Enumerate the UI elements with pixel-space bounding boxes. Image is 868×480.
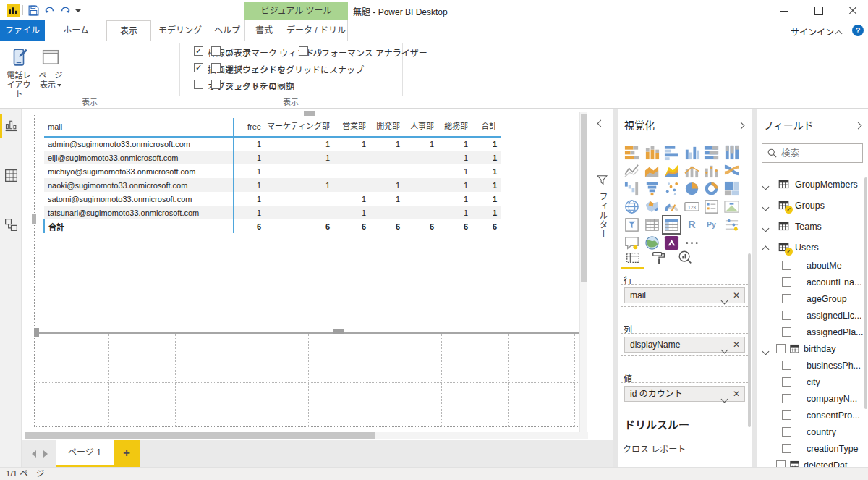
r-script-visual-icon[interactable]: R bbox=[684, 216, 700, 233]
expand-chevron[interactable] bbox=[763, 181, 768, 191]
pane-scrollbar-thumb[interactable] bbox=[864, 177, 867, 409]
remove-field-icon[interactable]: ✕ bbox=[733, 288, 740, 303]
field-row-birthday[interactable]: birthday bbox=[757, 341, 868, 358]
scrollbar-thumb[interactable] bbox=[581, 114, 587, 282]
sign-in-link[interactable]: サインイン bbox=[791, 25, 834, 38]
qa-visual-icon[interactable] bbox=[624, 235, 640, 251]
waterfall-chart-icon[interactable] bbox=[624, 180, 640, 197]
key-influencers-icon[interactable] bbox=[723, 216, 740, 233]
page-view-button[interactable]: ページ表示 bbox=[35, 43, 66, 96]
resize-handle-sw[interactable] bbox=[34, 328, 39, 337]
map-icon[interactable] bbox=[624, 198, 640, 215]
ribbon-tab-2[interactable]: ホーム bbox=[54, 20, 98, 41]
canvas-horizontal-scrollbar[interactable] bbox=[25, 432, 588, 439]
field-checkbox[interactable] bbox=[782, 444, 791, 453]
stacked-area-chart-icon[interactable] bbox=[663, 162, 680, 179]
multi-row-card-icon[interactable] bbox=[703, 198, 720, 215]
field-pill[interactable]: displayName✕ bbox=[624, 337, 745, 353]
table-visual-icon[interactable] bbox=[644, 216, 660, 233]
expand-chevron[interactable] bbox=[763, 244, 768, 254]
search-input[interactable] bbox=[781, 145, 861, 161]
ribbon-tab-6[interactable]: 書式 bbox=[249, 20, 279, 41]
close-button[interactable] bbox=[841, 0, 865, 20]
data-view-icon[interactable] bbox=[4, 168, 19, 183]
hundred-stacked-bar-chart-icon[interactable] bbox=[703, 144, 720, 161]
redo-icon[interactable] bbox=[59, 4, 72, 17]
ribbon-tab-4[interactable]: モデリング bbox=[153, 20, 207, 41]
ribbon-tab-5[interactable]: ヘルプ bbox=[208, 20, 246, 41]
field-checkbox[interactable] bbox=[782, 377, 791, 387]
kpi-icon[interactable] bbox=[723, 198, 740, 215]
arcgis-map-icon[interactable] bbox=[644, 235, 660, 251]
expand-chevron[interactable] bbox=[763, 202, 768, 212]
save-icon[interactable] bbox=[27, 4, 40, 17]
scatter-chart-icon[interactable] bbox=[663, 180, 680, 197]
checkbox-unchecked[interactable] bbox=[211, 46, 221, 56]
hundred-stacked-column-chart-icon[interactable] bbox=[723, 144, 740, 161]
undo-icon[interactable] bbox=[43, 4, 56, 17]
donut-chart-icon[interactable] bbox=[703, 180, 720, 197]
field-row-country[interactable]: country bbox=[757, 424, 868, 441]
help-icon[interactable]: ? bbox=[852, 25, 864, 36]
ribbon-tab-3[interactable]: 表示 bbox=[106, 20, 151, 41]
pill-dropdown-chevron[interactable] bbox=[722, 392, 727, 406]
field-checkbox[interactable] bbox=[782, 277, 791, 287]
gauge-icon[interactable] bbox=[663, 198, 680, 215]
field-pill[interactable]: id のカウント✕ bbox=[624, 386, 745, 402]
funnel-chart-icon[interactable] bbox=[644, 180, 660, 197]
visual-bottom-edge[interactable] bbox=[34, 332, 584, 334]
next-page-arrow[interactable] bbox=[43, 450, 48, 458]
field-row-creationType[interactable]: creationType bbox=[757, 441, 868, 458]
line-clustered-column-chart-icon[interactable] bbox=[703, 162, 720, 179]
analytics-pane-tab[interactable] bbox=[677, 250, 693, 266]
power-apps-visual-icon[interactable] bbox=[663, 235, 680, 251]
field-row-aboutMe[interactable]: aboutMe bbox=[757, 258, 868, 274]
ribbon-checkbox-option[interactable]: スライサーの同期 bbox=[211, 80, 399, 90]
pill-dropdown-chevron[interactable] bbox=[722, 342, 727, 357]
field-checkbox[interactable] bbox=[782, 427, 791, 437]
scrollbar-thumb[interactable] bbox=[25, 432, 375, 439]
field-checkbox[interactable] bbox=[782, 294, 791, 303]
field-well[interactable]: mail✕ bbox=[621, 284, 749, 307]
field-checkbox[interactable] bbox=[776, 460, 786, 467]
field-checkbox[interactable] bbox=[782, 327, 791, 337]
field-checkbox[interactable] bbox=[782, 361, 791, 370]
remove-field-icon[interactable]: ✕ bbox=[733, 337, 740, 352]
expand-filters-chevron[interactable] bbox=[598, 118, 603, 128]
stacked-column-chart-icon[interactable] bbox=[644, 144, 660, 161]
model-view-icon[interactable] bbox=[4, 217, 19, 232]
canvas-vertical-scrollbar[interactable] bbox=[579, 112, 587, 435]
field-row-assignedLic[interactable]: assignedLic... bbox=[757, 308, 868, 324]
field-row-businessPh[interactable]: businessPh... bbox=[757, 358, 868, 374]
line-chart-icon[interactable] bbox=[624, 162, 640, 179]
filled-map-icon[interactable] bbox=[644, 198, 660, 215]
field-checkbox[interactable] bbox=[782, 311, 791, 320]
field-checkbox[interactable] bbox=[782, 261, 791, 270]
resize-handle-n[interactable] bbox=[304, 111, 315, 116]
field-pill[interactable]: mail✕ bbox=[624, 287, 745, 303]
collapse-fields-chevron[interactable] bbox=[856, 120, 861, 130]
expand-chevron[interactable] bbox=[763, 223, 768, 233]
clustered-column-chart-icon[interactable] bbox=[684, 144, 700, 161]
collapse-visualizations-chevron[interactable] bbox=[739, 120, 744, 130]
checkbox-unchecked[interactable] bbox=[211, 80, 221, 89]
remove-field-icon[interactable]: ✕ bbox=[733, 387, 740, 401]
expand-chevron[interactable] bbox=[763, 346, 768, 356]
field-row-accountEna[interactable]: accountEna... bbox=[757, 274, 868, 291]
ribbon-tab-7[interactable]: データ / ドリル bbox=[284, 20, 349, 41]
table-row-teams[interactable]: Teams bbox=[757, 216, 868, 237]
field-row-companyN[interactable]: companyN... bbox=[757, 391, 868, 408]
field-checkbox[interactable] bbox=[782, 410, 791, 420]
pie-chart-icon[interactable] bbox=[684, 180, 700, 197]
checkbox-checked[interactable]: ✓ bbox=[194, 46, 203, 56]
field-checkbox[interactable] bbox=[782, 394, 791, 403]
resize-handle-w[interactable] bbox=[32, 214, 36, 224]
field-row-ageGroup[interactable]: ageGroup bbox=[757, 291, 868, 308]
ribbon-checkbox-option[interactable]: 選択ウィンドウ bbox=[211, 63, 399, 73]
field-row-assignedPla[interactable]: assignedPla... bbox=[757, 324, 868, 341]
ribbon-chart-icon[interactable] bbox=[723, 162, 740, 179]
table-row-users[interactable]: ✓Users bbox=[757, 237, 868, 258]
report-canvas[interactable]: mailfreeマーケティング部営業部開発部人事部総務部合計admin@sugi… bbox=[22, 109, 590, 440]
ribbon-checkbox-option[interactable]: パフォーマンス アナライザー bbox=[299, 46, 487, 56]
line-stacked-column-chart-icon[interactable] bbox=[684, 162, 700, 179]
